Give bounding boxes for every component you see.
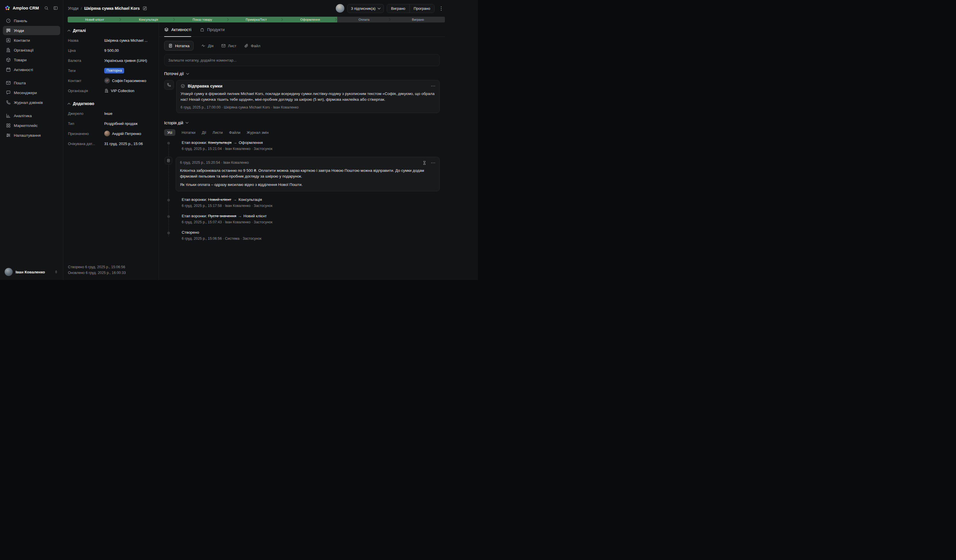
hourglass-icon[interactable] [422,161,427,165]
content: Деталі Назва Шкіряна сумка Michael ... Ц… [63,22,445,280]
filter-notes[interactable]: Нотатки [182,130,195,135]
note-paragraph: Клієнтка забронювала останню по 9 500 ₴.… [180,168,436,180]
details-section-toggle[interactable]: Деталі [68,28,154,33]
history-toggle[interactable]: Історія дій [164,121,440,125]
sidebar-item-products[interactable]: Товари [3,55,60,64]
task-menu-icon[interactable]: ⋯ [431,84,436,88]
filter-files[interactable]: Файли [229,130,241,135]
details-section-title: Деталі [73,28,86,33]
collapse-sidebar-icon[interactable] [52,5,59,11]
task-check-icon[interactable] [181,84,185,88]
deal-name-value[interactable]: Шкіряна сумка Michael ... [104,38,148,42]
search-icon[interactable] [43,5,50,11]
filter-changelog[interactable]: Журнал змін [247,130,269,135]
user-menu[interactable]: Іван Коваленко [3,266,60,276]
details-footer: Створено 6 груд. 2025 р., 15:06:56 Оновл… [68,264,154,276]
chevron-down-icon [186,121,189,124]
lost-button[interactable]: Програно [409,4,434,13]
pipeline-stage-payment[interactable]: Оплата [337,17,391,22]
edit-title-icon[interactable] [143,6,147,11]
pipeline-stage-won[interactable]: Виграно [391,17,445,22]
filter-all[interactable]: Усі [164,129,175,136]
tab-activities[interactable]: Активності [164,22,191,36]
tab-products[interactable]: Продукти [200,22,225,36]
pulse-icon [201,44,206,48]
subtab-note[interactable]: Нотатка [164,41,193,51]
note-card[interactable]: 6 груд. 2025 р., 15:20:54 · Іван Ковален… [176,157,440,191]
sidebar-item-label: Маркетплейс [14,124,38,128]
tag-badge[interactable]: Повторна [104,68,124,74]
subscribers-dropdown[interactable]: 3 підписник(а) [347,4,384,13]
sidebar-item-analytics[interactable]: Аналітика [3,111,60,120]
topbar: Угоди / Шкіряна сумка Michael Kors 3 під… [63,0,445,17]
stage-label: Показ товару [193,18,212,21]
sidebar-item-organizations[interactable]: Організації [3,45,60,55]
stage-change-prefix: Етап воронки: [182,140,207,145]
user-menu-selector-icon [54,270,58,274]
subtab-file[interactable]: Файл [244,41,260,50]
contact-avatar: СГ [104,78,110,83]
subtab-action[interactable]: Дія [201,41,213,50]
sidebar-item-messengers[interactable]: Месенджери [3,88,60,97]
sidebar-item-marketplace[interactable]: Маркетплейс [3,121,60,130]
note-input[interactable] [164,54,440,66]
deal-source-value[interactable]: Інше [104,111,112,116]
pipeline-stage-consultation[interactable]: Консультація [121,17,175,22]
filter-letters[interactable]: Листи [212,130,223,135]
detail-row-type: Тип Роздрібний продаж [68,121,154,126]
extra-section-toggle[interactable]: Додатково [68,101,154,106]
sidebar-item-label: Налаштування [14,133,41,138]
deal-assignee-value[interactable]: Андрій Петренко [104,131,141,136]
sidebar-item-deals[interactable]: Угоди [3,26,60,35]
subtab-letter[interactable]: Лист [221,41,236,50]
timeline-dot [167,232,170,234]
sidebar-item-call-log[interactable]: Журнал дзвінків [3,98,60,107]
pipeline-stage-showing[interactable]: Показ товару [175,17,229,22]
pipeline: Новий клієнт Консультація Показ товару П… [68,17,445,22]
extra-section-title: Додатково [73,101,94,106]
assignee-name: Андрій Петренко [112,132,141,136]
task-card[interactable]: Відправка сумки ⋯ Упакуй сумку в фірмови… [176,80,440,113]
sidebar-item-contacts[interactable]: Контакти [3,36,60,45]
activity-feed[interactable]: Поточні дії Відправка сумки ⋯ Упакуй сум… [159,66,445,280]
stage-label: Новий клієнт [85,18,104,21]
history-item-meta: 6 груд. 2025 р., 15:17:58 · Іван Ковален… [182,204,440,208]
arrow-icon: → [238,214,242,218]
sidebar-item-label: Товари [14,58,27,62]
field-label: Валюта [68,58,104,63]
contacts-icon [6,38,11,43]
sidebar-item-mail[interactable]: Пошта [3,78,60,88]
organization-name: VIP Collection [111,89,134,93]
subscriber-avatar[interactable] [336,4,344,13]
timeline-dot [167,199,170,201]
deal-organization-value[interactable]: VIP Collection [104,88,134,93]
pipeline-stage-new-client[interactable]: Новий клієнт [68,17,121,22]
stage-label: Виграно [412,18,424,21]
details-panel: Деталі Назва Шкіряна сумка Michael ... Ц… [63,22,159,280]
envelope-icon [221,44,226,48]
stage-change-prefix: Етап воронки: [182,214,207,218]
note-menu-icon[interactable]: ⋯ [431,161,436,165]
deal-contact-value[interactable]: СГ Софія Герасименко [104,78,146,83]
sidebar-item-settings[interactable]: Налаштування [3,131,60,140]
filter-actions[interactable]: Дії [202,130,206,135]
arrow-icon: → [233,140,237,145]
pipeline-stage-fitting[interactable]: Примірка/Тест [229,17,283,22]
won-button[interactable]: Виграно [387,4,409,13]
breadcrumb[interactable]: Угоди [68,6,79,11]
pipeline-stage-checkout[interactable]: Оформлення [283,17,337,22]
deal-expected-date-value[interactable]: 31 груд. 2025 р., 15:06 [104,141,143,146]
deal-type-value[interactable]: Роздрібний продаж [104,121,138,126]
detail-row-assignee: Призначено Андрій Петренко [68,131,154,136]
more-menu-icon[interactable]: ⋮ [437,4,445,13]
deal-currency-value[interactable]: Українська гривня (UAH) [104,58,147,63]
timeline-dot [167,215,170,218]
sidebar-item-dashboard[interactable]: Панель [3,16,60,25]
deal-price-value[interactable]: 9 500,00 [104,49,119,53]
mail-icon [6,80,11,85]
note-header: 6 груд. 2025 р., 15:20:54 · Іван Ковален… [180,161,249,165]
contact-name: Софія Герасименко [112,78,146,83]
assignee-avatar [104,131,110,136]
sidebar-item-activities[interactable]: Активності [3,65,60,74]
current-actions-toggle[interactable]: Поточні дії [164,71,440,76]
